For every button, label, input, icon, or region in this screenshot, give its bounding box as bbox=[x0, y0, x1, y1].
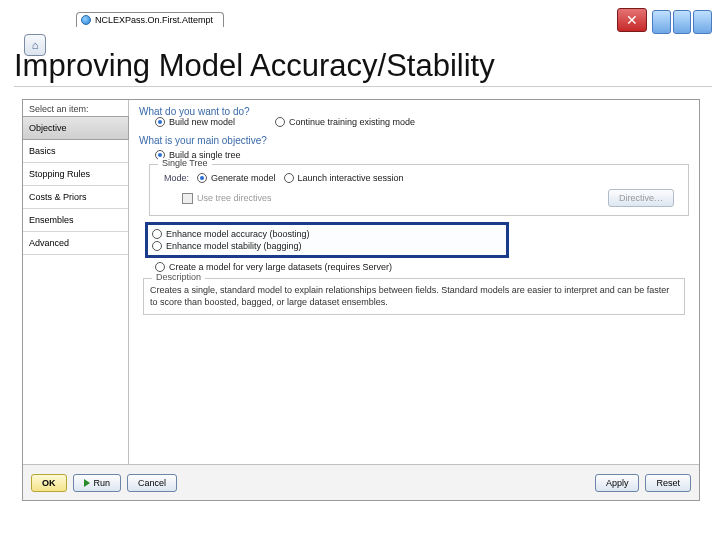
reset-button[interactable]: Reset bbox=[645, 474, 691, 492]
sidebar-item-label: Basics bbox=[29, 146, 56, 156]
radio-launch[interactable]: Launch interactive session bbox=[284, 173, 404, 183]
directive-button: Directive… bbox=[608, 189, 674, 207]
radio-large-dataset[interactable]: Create a model for very large datasets (… bbox=[155, 262, 689, 272]
description-box: Description Creates a single, standard m… bbox=[143, 278, 685, 315]
sidebar-item-advanced[interactable]: Advanced bbox=[23, 232, 128, 255]
sidebar-item-label: Costs & Priors bbox=[29, 192, 87, 202]
dialog-footer: OK Run Cancel Apply Reset bbox=[23, 464, 699, 500]
sidebar-item-ensembles[interactable]: Ensembles bbox=[23, 209, 128, 232]
apply-button[interactable]: Apply bbox=[595, 474, 640, 492]
run-button[interactable]: Run bbox=[73, 474, 122, 492]
mode-label: Mode: bbox=[164, 173, 189, 183]
radio-label: Build new model bbox=[169, 117, 235, 127]
checkbox-label: Use tree directives bbox=[197, 193, 272, 203]
cancel-button[interactable]: Cancel bbox=[127, 474, 177, 492]
sidebar-item-label: Objective bbox=[29, 123, 67, 133]
sidebar-item-label: Advanced bbox=[29, 238, 69, 248]
description-label: Description bbox=[152, 272, 205, 284]
question-what-do: What do you want to do? bbox=[139, 106, 689, 117]
checkbox-icon bbox=[182, 193, 193, 204]
nav-home-icon[interactable]: ⌂ bbox=[24, 34, 46, 56]
radio-dot-icon bbox=[284, 173, 294, 183]
sidebar-item-label: Ensembles bbox=[29, 215, 74, 225]
model-dialog: Select an item: Objective Basics Stoppin… bbox=[22, 99, 700, 501]
ok-button[interactable]: OK bbox=[31, 474, 67, 492]
radio-dot-icon bbox=[275, 117, 285, 127]
radio-label: Create a model for very large datasets (… bbox=[169, 262, 392, 272]
close-icon: ✕ bbox=[626, 12, 638, 28]
radio-build-new[interactable]: Build new model bbox=[155, 117, 235, 127]
browser-tab-strip: NCLEXPass.On.First.Attempt ✕ ⌂ bbox=[8, 8, 712, 36]
highlight-box: Enhance model accuracy (boosting) Enhanc… bbox=[145, 222, 509, 258]
radio-label: Enhance model stability (bagging) bbox=[166, 241, 302, 251]
sidebar-item-label: Stopping Rules bbox=[29, 169, 90, 179]
tab-title: NCLEXPass.On.First.Attempt bbox=[95, 15, 213, 25]
radio-dot-icon bbox=[155, 117, 165, 127]
browser-tab[interactable]: NCLEXPass.On.First.Attempt bbox=[76, 12, 224, 27]
play-icon bbox=[84, 479, 90, 487]
main-panel: What do you want to do? Build new model … bbox=[129, 100, 699, 464]
radio-bagging[interactable]: Enhance model stability (bagging) bbox=[152, 241, 502, 251]
radio-dot-icon bbox=[152, 241, 162, 251]
description-text: Creates a single, standard model to expl… bbox=[150, 285, 669, 307]
window-controls-fragment bbox=[652, 10, 712, 34]
question-objective: What is your main objective? bbox=[139, 135, 689, 146]
radio-dot-icon bbox=[197, 173, 207, 183]
radio-continue[interactable]: Continue training existing mode bbox=[275, 117, 415, 127]
checkbox-directives: Use tree directives bbox=[182, 193, 272, 204]
sidebar-item-costs[interactable]: Costs & Priors bbox=[23, 186, 128, 209]
radio-label: Continue training existing mode bbox=[289, 117, 415, 127]
radio-generate[interactable]: Generate model bbox=[197, 173, 276, 183]
single-tree-group: Single Tree Mode: Generate model Launch … bbox=[149, 164, 689, 216]
radio-single-tree[interactable]: Build a single tree bbox=[155, 150, 689, 160]
radio-label: Enhance model accuracy (boosting) bbox=[166, 229, 310, 239]
window-close-button[interactable]: ✕ bbox=[617, 8, 647, 32]
radio-label: Generate model bbox=[211, 173, 276, 183]
globe-icon bbox=[81, 15, 91, 25]
button-label: Run bbox=[94, 478, 111, 488]
slide-title: Improving Model Accuracy/Stability bbox=[14, 48, 712, 87]
group-label: Single Tree bbox=[158, 158, 212, 168]
radio-dot-icon bbox=[152, 229, 162, 239]
radio-dot-icon bbox=[155, 262, 165, 272]
sidebar-item-stopping[interactable]: Stopping Rules bbox=[23, 163, 128, 186]
radio-label: Launch interactive session bbox=[298, 173, 404, 183]
sidebar: Select an item: Objective Basics Stoppin… bbox=[23, 100, 129, 464]
radio-boosting[interactable]: Enhance model accuracy (boosting) bbox=[152, 229, 502, 239]
sidebar-item-basics[interactable]: Basics bbox=[23, 140, 128, 163]
sidebar-item-objective[interactable]: Objective bbox=[23, 116, 129, 140]
sidebar-header: Select an item: bbox=[23, 100, 128, 116]
